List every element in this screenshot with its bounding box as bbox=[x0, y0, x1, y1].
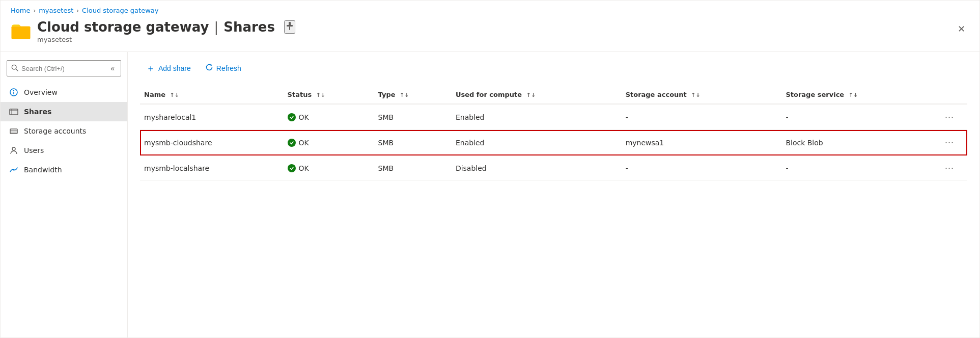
col-header-storage-account[interactable]: Storage account ↑↓ bbox=[622, 87, 782, 104]
status-ok-icon bbox=[288, 164, 296, 172]
svg-rect-10 bbox=[10, 109, 18, 115]
cell-type-0: SMB bbox=[374, 104, 452, 130]
col-header-storage-service[interactable]: Storage service ↑↓ bbox=[781, 87, 937, 104]
svg-rect-1 bbox=[12, 27, 31, 39]
shares-table: Name ↑↓ Status ↑↓ Type ↑↓ Used for com bbox=[140, 87, 967, 181]
svg-rect-13 bbox=[10, 129, 17, 134]
sidebar-label-storage-accounts: Storage accounts bbox=[24, 127, 86, 135]
status-text: OK bbox=[299, 139, 309, 147]
sort-icon-compute: ↑↓ bbox=[526, 92, 536, 98]
pin-button[interactable] bbox=[284, 20, 295, 34]
svg-rect-9 bbox=[13, 92, 14, 94]
cell-actions-2[interactable]: ··· bbox=[937, 155, 967, 181]
sidebar-item-overview[interactable]: Overview bbox=[1, 83, 127, 102]
status-text: OK bbox=[299, 113, 309, 121]
sidebar-label-users: Users bbox=[24, 146, 44, 154]
refresh-button[interactable]: Refresh bbox=[199, 60, 247, 76]
collapse-sidebar-button[interactable]: « bbox=[108, 63, 117, 73]
svg-point-8 bbox=[13, 90, 14, 91]
table-row[interactable]: mysharelocal1 OK SMBEnabled--··· bbox=[140, 104, 967, 130]
table-row[interactable]: mysmb-localshare OK SMBDisabled--··· bbox=[140, 155, 967, 181]
sidebar-label-overview: Overview bbox=[24, 88, 58, 96]
search-box[interactable]: « bbox=[7, 60, 121, 76]
title-separator: | bbox=[214, 19, 218, 35]
table-row[interactable]: mysmb-cloudshare OK SMBEnabledmynewsa1Bl… bbox=[140, 130, 967, 155]
breadcrumb-home[interactable]: Home bbox=[11, 7, 30, 14]
sort-icon-name: ↑↓ bbox=[170, 92, 179, 98]
cell-name-2: mysmb-localshare bbox=[140, 155, 284, 181]
sidebar-label-bandwidth: Bandwidth bbox=[24, 166, 62, 174]
close-button[interactable]: ✕ bbox=[954, 21, 969, 37]
svg-line-6 bbox=[16, 69, 18, 71]
section-name: Shares bbox=[223, 19, 275, 35]
sort-icon-storage-account: ↑↓ bbox=[691, 92, 700, 98]
breadcrumb-sep-2: › bbox=[76, 7, 79, 14]
toolbar: ＋ Add share Refresh bbox=[140, 60, 967, 76]
cell-storage-service-1: Block Blob bbox=[781, 130, 937, 155]
col-header-used-for-compute[interactable]: Used for compute ↑↓ bbox=[452, 87, 622, 104]
users-icon bbox=[9, 145, 19, 155]
main-layout: « Overview bbox=[1, 51, 979, 337]
row-actions-button[interactable]: ··· bbox=[941, 162, 958, 174]
col-header-type[interactable]: Type ↑↓ bbox=[374, 87, 452, 104]
cell-storage-account-1: mynewsa1 bbox=[622, 130, 782, 155]
shares-icon bbox=[9, 107, 19, 117]
header-title-block: Cloud storage gateway | Shares myasetest bbox=[37, 19, 295, 43]
row-actions-button[interactable]: ··· bbox=[941, 136, 958, 149]
search-input[interactable] bbox=[21, 65, 105, 72]
main-container: Home › myasetest › Cloud storage gateway… bbox=[0, 0, 980, 338]
cell-compute-0: Enabled bbox=[452, 104, 622, 130]
cell-actions-0[interactable]: ··· bbox=[937, 104, 967, 130]
sort-icon-status: ↑↓ bbox=[316, 92, 325, 98]
sidebar-label-shares: Shares bbox=[24, 108, 51, 116]
resource-subtitle: myasetest bbox=[37, 36, 295, 43]
col-header-name[interactable]: Name ↑↓ bbox=[140, 87, 284, 104]
cell-name-0: mysharelocal1 bbox=[140, 104, 284, 130]
add-share-button[interactable]: ＋ Add share bbox=[140, 61, 197, 76]
sidebar: « Overview bbox=[1, 52, 128, 337]
search-icon bbox=[11, 64, 18, 73]
add-icon: ＋ bbox=[146, 64, 155, 73]
sidebar-item-bandwidth[interactable]: Bandwidth bbox=[1, 160, 127, 179]
cell-storage-account-0: - bbox=[622, 104, 782, 130]
status-ok-icon bbox=[288, 139, 296, 147]
header-title: Cloud storage gateway | Shares bbox=[37, 19, 295, 35]
cell-compute-1: Enabled bbox=[452, 130, 622, 155]
sort-icon-type: ↑↓ bbox=[400, 92, 409, 98]
sidebar-item-users[interactable]: Users bbox=[1, 141, 127, 160]
row-actions-button[interactable]: ··· bbox=[941, 111, 958, 123]
cell-storage-service-2: - bbox=[781, 155, 937, 181]
refresh-icon bbox=[205, 63, 213, 73]
cell-status-0: OK bbox=[284, 104, 374, 130]
col-header-status[interactable]: Status ↑↓ bbox=[284, 87, 374, 104]
content-area: ＋ Add share Refresh bbox=[128, 52, 979, 337]
breadcrumb-myasetest[interactable]: myasetest bbox=[39, 7, 73, 14]
resource-name: Cloud storage gateway bbox=[37, 19, 209, 35]
breadcrumb: Home › myasetest › Cloud storage gateway bbox=[1, 1, 979, 17]
svg-point-17 bbox=[13, 169, 15, 171]
bandwidth-icon bbox=[9, 165, 19, 175]
add-share-label: Add share bbox=[158, 64, 191, 72]
cell-compute-2: Disabled bbox=[452, 155, 622, 181]
cell-actions-1[interactable]: ··· bbox=[937, 130, 967, 155]
refresh-label: Refresh bbox=[216, 64, 241, 72]
breadcrumb-sep-1: › bbox=[33, 7, 36, 14]
cell-status-1: OK bbox=[284, 130, 374, 155]
breadcrumb-current: Cloud storage gateway bbox=[82, 7, 158, 14]
storage-accounts-icon bbox=[9, 126, 19, 136]
page-header: Cloud storage gateway | Shares myasetest… bbox=[1, 17, 979, 51]
sidebar-item-shares[interactable]: Shares bbox=[1, 102, 127, 121]
cell-type-1: SMB bbox=[374, 130, 452, 155]
sidebar-item-storage-accounts[interactable]: Storage accounts bbox=[1, 121, 127, 141]
cell-storage-account-2: - bbox=[622, 155, 782, 181]
col-header-actions bbox=[937, 87, 967, 104]
svg-rect-3 bbox=[287, 25, 293, 27]
cell-type-2: SMB bbox=[374, 155, 452, 181]
cell-status-2: OK bbox=[284, 155, 374, 181]
overview-icon bbox=[9, 87, 19, 97]
svg-rect-4 bbox=[289, 27, 290, 30]
resource-icon bbox=[11, 20, 31, 41]
sort-icon-storage-service: ↑↓ bbox=[849, 92, 858, 98]
cell-storage-service-0: - bbox=[781, 104, 937, 130]
status-ok-icon bbox=[288, 113, 296, 121]
